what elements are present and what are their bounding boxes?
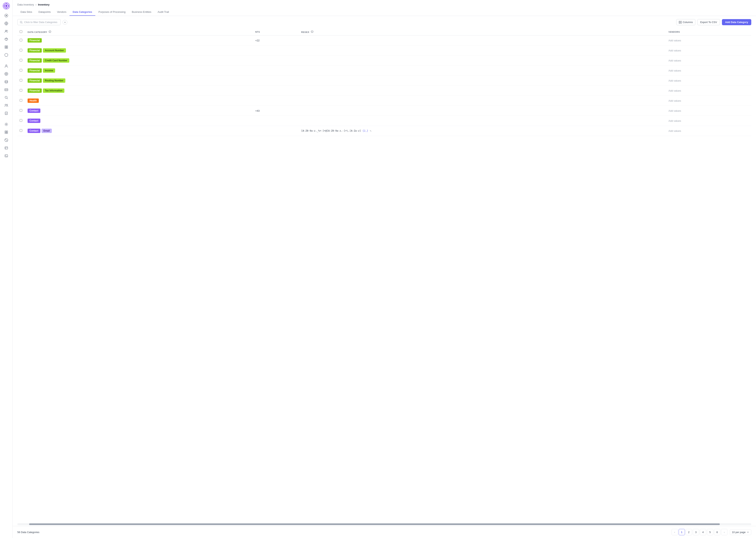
add-values-link[interactable]: Add values xyxy=(668,69,681,72)
svg-rect-15 xyxy=(7,47,8,48)
tab-business-entities[interactable]: Business Entities xyxy=(128,9,154,16)
tab-data-categories[interactable]: Data Categories xyxy=(70,9,95,16)
tag-credit-card-number: Credit Card Number xyxy=(43,58,69,63)
svg-point-26 xyxy=(7,104,8,105)
sidebar-item-dashboard[interactable] xyxy=(3,12,10,19)
tab-datapoints[interactable]: Datapoints xyxy=(35,9,54,16)
add-data-category-button[interactable]: Add Data Category xyxy=(722,19,751,25)
tag-financial: Financial xyxy=(27,68,42,73)
row-checkbox[interactable] xyxy=(20,119,22,122)
toolbar-right: Columns Export To CSV Add Data Category xyxy=(676,19,751,25)
page-4-button[interactable]: 4 xyxy=(700,529,706,535)
select-all-checkbox[interactable] xyxy=(20,30,22,33)
tab-data-silos[interactable]: Data Silos xyxy=(17,9,35,16)
tag-financial: Financial xyxy=(27,38,42,42)
table-row: Contact +43 Add values xyxy=(17,106,751,116)
header: Data Inventory › Inventory Data Silos Da… xyxy=(13,0,756,16)
page-3-button[interactable]: 3 xyxy=(693,529,699,535)
sidebar-item-search2[interactable] xyxy=(3,94,10,101)
scrollbar-thumb[interactable] xyxy=(29,523,720,525)
add-filter-button[interactable]: + xyxy=(63,20,67,25)
svg-rect-34 xyxy=(5,147,8,149)
sidebar-item-grid[interactable] xyxy=(3,129,10,135)
sidebar-item-db[interactable] xyxy=(3,79,10,85)
page-2-button[interactable]: 2 xyxy=(686,529,692,535)
sidebar-item-users2[interactable] xyxy=(3,102,10,109)
svg-point-4 xyxy=(6,8,7,9)
tag-email: Email xyxy=(42,129,52,133)
svg-point-11 xyxy=(7,30,8,31)
search-box[interactable]: Click to filter Data Categories xyxy=(17,19,61,25)
tag-health: Health xyxy=(27,98,39,103)
add-values-link[interactable]: Add values xyxy=(668,119,681,122)
add-values-link[interactable]: Add values xyxy=(668,79,681,82)
sidebar-item-id[interactable] xyxy=(3,86,10,93)
row-checkbox[interactable] xyxy=(20,69,22,72)
sidebar-item-settings2[interactable] xyxy=(3,121,10,128)
svg-rect-35 xyxy=(5,155,8,157)
tag-tax-information: Tax Information xyxy=(43,88,64,93)
columns-button[interactable]: Columns xyxy=(676,19,695,25)
add-values-link[interactable]: Add values xyxy=(668,109,681,112)
regex-text: [A-Z0-9a-z._%+-]+@[A-Z0-9a-z.-]+\.[A-Za-… xyxy=(301,130,361,132)
tag-group: Financial Tax Information xyxy=(27,88,251,93)
add-values-link[interactable]: Add values xyxy=(668,99,681,102)
add-values-link[interactable]: Add values xyxy=(668,59,681,62)
svg-point-8 xyxy=(6,15,7,16)
sidebar-item-users[interactable] xyxy=(3,28,10,35)
tag-group: Contact xyxy=(27,109,251,113)
tab-purposes[interactable]: Purposes of Processing xyxy=(95,9,128,16)
sidebar-item-globe2[interactable] xyxy=(3,52,10,58)
per-page-selector[interactable]: 10 per page xyxy=(730,529,751,535)
tab-audit-trail[interactable]: Audit Trail xyxy=(154,9,172,16)
add-values-link[interactable]: Add values xyxy=(668,39,681,42)
row-checkbox[interactable] xyxy=(20,89,22,92)
footer: 56 Data Categories ‹ 1 2 3 4 5 6 › 10 pe… xyxy=(13,526,756,538)
row-checkbox[interactable] xyxy=(20,99,22,102)
svg-rect-38 xyxy=(681,21,682,24)
page-6-button[interactable]: 6 xyxy=(714,529,720,535)
sidebar-item-file[interactable] xyxy=(3,110,10,117)
app-logo[interactable] xyxy=(3,2,10,10)
regex-edit-icon[interactable]: ✎ xyxy=(370,129,371,133)
add-values-link[interactable]: Add values xyxy=(668,89,681,92)
svg-point-17 xyxy=(6,65,7,66)
add-values-link[interactable]: Add values xyxy=(668,49,681,52)
horizontal-scrollbar[interactable] xyxy=(17,523,751,525)
tag-routing-number: Routing Number xyxy=(43,79,65,83)
count-badge: +43 xyxy=(255,109,260,112)
add-values-link[interactable]: Add values xyxy=(668,130,681,133)
row-checkbox[interactable] xyxy=(20,59,22,62)
regex-cell: [A-Z0-9a-z._%+-]+@[A-Z0-9a-z.-]+\.[A-Za-… xyxy=(301,129,664,133)
col-vendors: VENDORS xyxy=(666,28,751,35)
sidebar-item-block[interactable] xyxy=(3,137,10,143)
svg-point-16 xyxy=(5,53,8,57)
row-checkbox[interactable] xyxy=(20,79,22,81)
export-button[interactable]: Export To CSV xyxy=(697,19,720,25)
sidebar-item-cube[interactable] xyxy=(3,36,10,42)
prev-page-button[interactable]: ‹ xyxy=(672,529,678,535)
sidebar-item-table[interactable] xyxy=(3,144,10,151)
sidebar-item-target[interactable] xyxy=(3,71,10,77)
sidebar-item-person[interactable] xyxy=(3,63,10,69)
row-checkbox[interactable] xyxy=(20,129,22,132)
row-checkbox[interactable] xyxy=(20,49,22,51)
tag-contact: Contact xyxy=(27,119,40,123)
breadcrumb-parent[interactable]: Data Inventory xyxy=(17,3,34,6)
svg-point-5 xyxy=(4,6,5,7)
page-5-button[interactable]: 5 xyxy=(707,529,713,535)
row-checkbox[interactable] xyxy=(20,109,22,112)
count-badge: +22 xyxy=(255,39,260,42)
page-1-button[interactable]: 1 xyxy=(679,529,685,535)
tab-vendors[interactable]: Vendors xyxy=(54,9,70,16)
pagination-area: ‹ 1 2 3 4 5 6 › 10 per page xyxy=(672,529,751,535)
svg-rect-13 xyxy=(7,46,8,47)
row-checkbox[interactable] xyxy=(20,39,22,41)
sidebar-item-terminal[interactable] xyxy=(3,152,10,159)
next-page-button[interactable]: › xyxy=(721,529,728,535)
sidebar-item-globe[interactable] xyxy=(3,20,10,27)
tag-financial: Financial xyxy=(27,48,42,53)
table-row: Contact Add values xyxy=(17,116,751,126)
toolbar: Click to filter Data Categories + Column… xyxy=(13,16,756,28)
sidebar-item-cube2[interactable] xyxy=(3,44,10,50)
